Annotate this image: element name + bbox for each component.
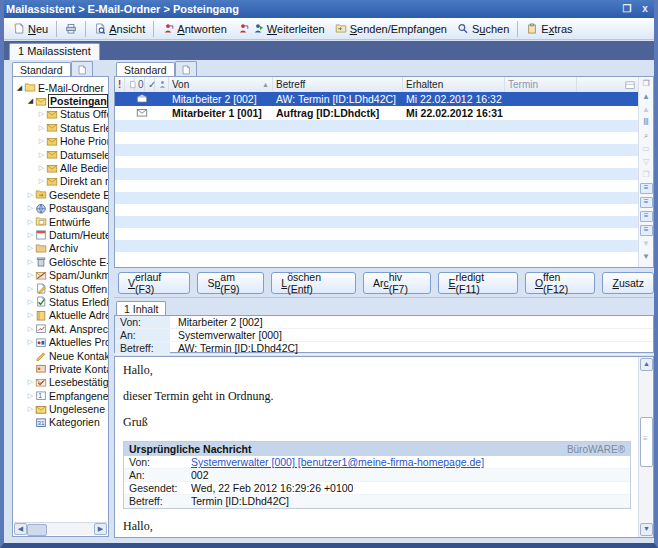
- column-header-attachment[interactable]: 0: [135, 77, 145, 92]
- expander-collapsed-icon[interactable]: ▷: [37, 124, 46, 132]
- maillist-tab-new[interactable]: [175, 61, 197, 77]
- expander-collapsed-icon[interactable]: ▷: [37, 110, 46, 118]
- scroll-bottom-icon[interactable]: ▼: [641, 252, 652, 262]
- expander-collapsed-icon[interactable]: ▷: [26, 338, 35, 346]
- tree-item-e-mail-ordner[interactable]: ◢E-Mail-Ordner: [13, 81, 108, 94]
- expander-expanded-icon[interactable]: ◢: [15, 84, 24, 92]
- tree-item-datum-heute[interactable]: ▷Datum/Heute: [13, 228, 108, 241]
- grid-options-icon[interactable]: [625, 80, 635, 90]
- scrollbar-thumb[interactable]: [640, 417, 653, 467]
- mail-row[interactable]: Mitarbeiter 1 [001]Auftrag [ID:LDhdctk]M…: [115, 106, 639, 120]
- expander-collapsed-icon[interactable]: ▷: [26, 325, 35, 333]
- rowview-3-icon[interactable]: ≡: [640, 211, 653, 222]
- tree-item-aktuelles-projekt[interactable]: ▷Aktuelles Projekt: [13, 335, 108, 348]
- tree-item-akt-ansprechpartn[interactable]: ▷Akt. Ansprechpartn: [13, 322, 108, 335]
- offen-button[interactable]: Offen (F12): [525, 272, 596, 294]
- tree-item-archiv[interactable]: ▷Archiv: [13, 242, 108, 255]
- erledigt-button[interactable]: Erledigt (F11): [438, 272, 517, 294]
- scrollbar-thumb[interactable]: [27, 524, 47, 536]
- tree-item-spam-junkmails[interactable]: ▷Spam/Junkmails: [13, 268, 108, 281]
- tree-item-neue-kontakte[interactable]: Neue Kontakte: [13, 349, 108, 362]
- rowview-4-icon[interactable]: ≡: [640, 225, 653, 236]
- tree-item-entwürfe[interactable]: ▷Entwürfe: [13, 215, 108, 228]
- column-header-erhalten[interactable]: Erhalten: [403, 77, 505, 92]
- tree-item-status-erledigt[interactable]: ▷Status Erledigt: [13, 121, 108, 134]
- tree-item-status-offen[interactable]: ▷Status Offen: [13, 282, 108, 295]
- scroll-left-icon[interactable]: ◀: [14, 523, 27, 535]
- toolbar-senden-empfangen-button[interactable]: Senden/Empfangen: [330, 21, 452, 37]
- scroll-top-icon[interactable]: ▲: [641, 92, 652, 102]
- expander-collapsed-icon[interactable]: ▷: [37, 137, 46, 145]
- tree-item-alle-bediener[interactable]: ▷Alle Bediener: [13, 161, 108, 174]
- verlauf-button[interactable]: Verlauf (F3): [118, 272, 190, 294]
- toolbar-weiterleiten-button[interactable]: Weiterleiten: [232, 21, 330, 37]
- expander-collapsed-icon[interactable]: ▷: [26, 285, 35, 293]
- column-header-betreff[interactable]: Betreff: [273, 77, 403, 92]
- tree-item-kategorien[interactable]: 31Kategorien: [13, 416, 108, 429]
- filter-icon[interactable]: ▽: [641, 157, 652, 167]
- filter-off-icon[interactable]: ▭: [641, 144, 652, 154]
- tree-item-gelöschte-e-mails[interactable]: ▷Gelöschte E-Mails: [13, 255, 108, 268]
- tree-item-private-kontakte[interactable]: Private Kontakte: [13, 362, 108, 375]
- tree-item-aktuelle-adresse[interactable]: ▷Aktuelle Adresse: [13, 309, 108, 322]
- column-header-person[interactable]: [155, 77, 169, 92]
- expander-collapsed-icon[interactable]: ▷: [26, 311, 35, 319]
- column-header-termin[interactable]: Termin: [505, 77, 577, 92]
- expander-collapsed-icon[interactable]: ▷: [37, 151, 46, 159]
- expander-collapsed-icon[interactable]: ▷: [26, 271, 35, 279]
- toolbar-antworten-button[interactable]: Antworten: [157, 21, 232, 37]
- expander-collapsed-icon[interactable]: ▷: [26, 298, 35, 306]
- scroll-right-icon[interactable]: ▶: [94, 523, 107, 535]
- close-icon[interactable]: x: [638, 3, 652, 15]
- toolbar-ansicht-button[interactable]: Ansicht: [89, 21, 150, 37]
- tree-item-gesendete-e-mails[interactable]: ▷Gesendete E-Mails: [13, 188, 108, 201]
- archiv-button[interactable]: Archiv (F7): [363, 272, 432, 294]
- rowview-1-icon[interactable]: ≡: [640, 183, 653, 194]
- expander-collapsed-icon[interactable]: ▷: [26, 204, 35, 212]
- column-header-done-check[interactable]: ✓: [145, 77, 155, 92]
- tab-inhalt[interactable]: 1 Inhalt: [116, 301, 166, 316]
- tree-item-hohe-priorität[interactable]: ▷Hohe Priorität: [13, 135, 108, 148]
- rowview-2-icon[interactable]: ≡: [640, 197, 653, 208]
- expander-collapsed-icon[interactable]: ▷: [26, 231, 35, 239]
- tree-item-status-erledigt[interactable]: ▷Status Erledigt: [13, 295, 108, 308]
- tree-item-posteingang[interactable]: ◢Posteingang: [13, 94, 108, 107]
- tree-item-datumselektion[interactable]: ▷Datumselektion: [13, 148, 108, 161]
- löschen-button[interactable]: Löschen (Entf): [271, 272, 356, 294]
- mail-row[interactable]: Mitarbeiter 2 [002]AW: Termin [ID:LDhd42…: [115, 92, 639, 106]
- toolbar-suchen-button[interactable]: Suchen: [452, 21, 514, 37]
- search-rows-icon[interactable]: ⌕: [641, 131, 652, 141]
- column-header-extra[interactable]: [577, 77, 639, 92]
- columns-icon[interactable]: Ⅲ: [641, 118, 652, 128]
- column-header-document[interactable]: [125, 77, 135, 92]
- sender-address-link[interactable]: Systemverwalter [000] [benutzer1@meine-f…: [191, 456, 484, 468]
- restore-icon[interactable]: ❐: [620, 3, 634, 15]
- tab-mailassistent[interactable]: 1 Mailassistent: [9, 43, 100, 60]
- sidebar-tab-new[interactable]: [71, 61, 93, 77]
- tree-horizontal-scrollbar[interactable]: ◀ ▶: [14, 522, 107, 535]
- expander-collapsed-icon[interactable]: ▷: [26, 392, 35, 400]
- expander-collapsed-icon[interactable]: ▷: [26, 218, 35, 226]
- spam-button[interactable]: Spam (F9): [197, 272, 264, 294]
- column-header-von[interactable]: Von▲: [169, 77, 273, 92]
- scroll-up-icon[interactable]: ▲: [641, 105, 652, 115]
- toolbar-print-button[interactable]: [60, 21, 82, 36]
- expander-collapsed-icon[interactable]: ▷: [26, 405, 35, 413]
- expander-collapsed-icon[interactable]: ▷: [37, 164, 46, 172]
- tree-item-direkt-an-mich[interactable]: ▷Direkt an mich: [13, 175, 108, 188]
- body-vertical-scrollbar[interactable]: ▲ ▼: [638, 357, 653, 537]
- expander-collapsed-icon[interactable]: ▷: [26, 244, 35, 252]
- scroll-down-icon[interactable]: ▼: [640, 523, 653, 536]
- tree-item-postausgang[interactable]: ▷Postausgang: [13, 202, 108, 215]
- zusatz-button[interactable]: Zusatz: [602, 272, 654, 294]
- scroll-down-icon[interactable]: ▼: [641, 239, 652, 249]
- tree-item-empfangene-mails[interactable]: ▷1Empfangene Mails: [13, 389, 108, 402]
- expander-collapsed-icon[interactable]: ▷: [26, 191, 35, 199]
- expander-collapsed-icon[interactable]: ▷: [26, 258, 35, 266]
- tree-item-ungelesene-mails[interactable]: ▷Ungelesene Mails: [13, 402, 108, 415]
- tree-item-lesebestätigungen[interactable]: ▷Lesebestätigungen: [13, 376, 108, 389]
- sidebar-tab-standard[interactable]: Standard: [12, 62, 71, 77]
- column-header-priority[interactable]: !: [115, 77, 125, 92]
- layout-windows-icon[interactable]: ❐: [641, 79, 652, 89]
- expander-collapsed-icon[interactable]: ▷: [26, 378, 35, 386]
